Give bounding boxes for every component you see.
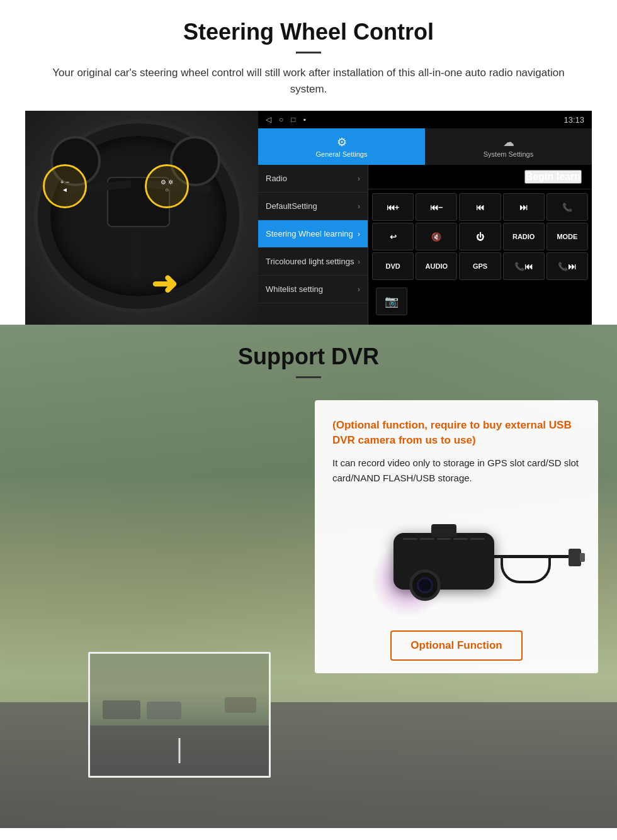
steering-content-area: Begin learn ⏮+ ⏮− ⏮ ⏭ 📞 ↩ 🔇 ⏻ xyxy=(368,165,592,325)
section-steering: Steering Wheel Control Your original car… xyxy=(0,0,617,325)
android-statusbar: ◁ ○ □ ▪ 13:13 xyxy=(258,111,592,128)
power-btn[interactable]: ⏻ xyxy=(459,223,501,250)
tab-system-label: System Settings xyxy=(484,150,533,158)
steering-bg: + −◄ ⚙ ✲○ ➜ xyxy=(25,111,258,325)
title-divider-1 xyxy=(296,52,321,53)
menu-item-tricoloured[interactable]: Tricoloured light settings › xyxy=(258,248,368,276)
statusbar-nav-icons: ◁ ○ □ ▪ xyxy=(266,115,306,124)
statusbar-time: 13:13 xyxy=(563,115,584,125)
right-button-highlight: ⚙ ✲○ xyxy=(145,164,189,208)
mode-btn[interactable]: MODE xyxy=(546,223,588,250)
section-dvr: Support DVR (Optional function, require … xyxy=(0,325,617,828)
audio-btn[interactable]: AUDIO xyxy=(416,252,457,280)
menu-item-radio[interactable]: Radio › xyxy=(258,165,368,193)
tab-general-label: General Settings xyxy=(316,150,368,158)
recents-icon: □ xyxy=(291,115,295,124)
dvr-preview-thumbnail xyxy=(88,652,271,778)
begin-learn-button[interactable]: Begin learn xyxy=(524,170,582,184)
radio-chevron-icon: › xyxy=(358,174,360,183)
back-call-btn[interactable]: ↩ xyxy=(372,223,414,250)
dvr-thumb-inner xyxy=(90,654,269,776)
tel-next-btn[interactable]: 📞⏭ xyxy=(546,252,588,280)
dvr-btn[interactable]: 📷 xyxy=(376,288,407,315)
menu-item-steering-wheel[interactable]: Steering Wheel learning › xyxy=(258,220,368,248)
menu-whitelist-label: Whitelist setting xyxy=(266,284,323,294)
title-divider-2 xyxy=(296,376,321,378)
dvr-header: Support DVR xyxy=(0,325,617,402)
steering-ui-block: + −◄ ⚙ ✲○ ➜ ◁ ○ □ ▪ 13:13 xyxy=(25,111,592,325)
dvr-camera-image xyxy=(332,498,580,624)
android-tabs[interactable]: ⚙ General Settings ☁ System Settings xyxy=(258,128,592,165)
menu-item-default-setting[interactable]: DefaultSetting › xyxy=(258,193,368,220)
back-icon: ◁ xyxy=(266,115,271,124)
general-settings-icon: ⚙ xyxy=(337,135,347,149)
tab-system-settings[interactable]: ☁ System Settings xyxy=(425,128,592,165)
menu-default-label: DefaultSetting xyxy=(266,201,317,211)
menu-icon: ▪ xyxy=(303,115,306,124)
dvr-optional-text: (Optional function, require to buy exter… xyxy=(332,418,580,448)
prev-btn[interactable]: ⏮ xyxy=(459,193,501,221)
menu-steering-label: Steering Wheel learning xyxy=(266,229,353,238)
default-chevron-icon: › xyxy=(358,202,360,211)
android-body: Radio › DefaultSetting › Steering Wheel … xyxy=(258,165,592,325)
dvr-title: Support DVR xyxy=(0,344,617,370)
home-icon: ○ xyxy=(279,115,283,124)
optional-function-button[interactable]: Optional Function xyxy=(390,630,522,661)
tab-general-settings[interactable]: ⚙ General Settings xyxy=(258,128,425,165)
dvr-info-card: (Optional function, require to buy exter… xyxy=(315,400,598,673)
tricoloured-chevron-icon: › xyxy=(358,257,360,266)
begin-learn-row: Begin learn xyxy=(368,165,592,189)
steering-title: Steering Wheel Control xyxy=(25,19,592,45)
optional-function-btn-row: Optional Function xyxy=(332,624,580,661)
android-panel: ◁ ○ □ ▪ 13:13 ⚙ General Settings ☁ Syste… xyxy=(258,111,592,325)
whitelist-chevron-icon: › xyxy=(358,285,360,294)
mute-btn[interactable]: 🔇 xyxy=(416,223,457,250)
steering-subtitle: Your original car's steering wheel contr… xyxy=(38,65,579,97)
dvr-row: 📷 xyxy=(368,284,592,319)
steering-photo: + −◄ ⚙ ✲○ ➜ xyxy=(25,111,258,325)
menu-item-whitelist[interactable]: Whitelist setting › xyxy=(258,276,368,303)
menu-tricoloured-label: Tricoloured light settings xyxy=(266,257,354,266)
dvd-btn[interactable]: DVD xyxy=(372,252,414,280)
phone-btn[interactable]: 📞 xyxy=(546,193,588,221)
steering-chevron-icon: › xyxy=(358,230,360,238)
dvr-thumb-center-line xyxy=(179,738,181,763)
gps-btn[interactable]: GPS xyxy=(459,252,501,280)
settings-menu: Radio › DefaultSetting › Steering Wheel … xyxy=(258,165,368,325)
left-button-highlight: + −◄ xyxy=(43,164,87,208)
radio-btn[interactable]: RADIO xyxy=(503,223,545,250)
system-settings-icon: ☁ xyxy=(503,135,514,149)
tel-prev-btn[interactable]: 📞⏮ xyxy=(503,252,545,280)
control-buttons-grid: ⏮+ ⏮− ⏮ ⏭ 📞 ↩ 🔇 ⏻ RADIO MODE DVD AUDIO xyxy=(368,189,592,284)
vol-up-btn[interactable]: ⏮+ xyxy=(372,193,414,221)
dvr-desc-text: It can record video only to storage in G… xyxy=(332,456,580,486)
menu-radio-label: Radio xyxy=(266,174,287,183)
vol-down-btn[interactable]: ⏮− xyxy=(416,193,457,221)
next-btn[interactable]: ⏭ xyxy=(503,193,545,221)
